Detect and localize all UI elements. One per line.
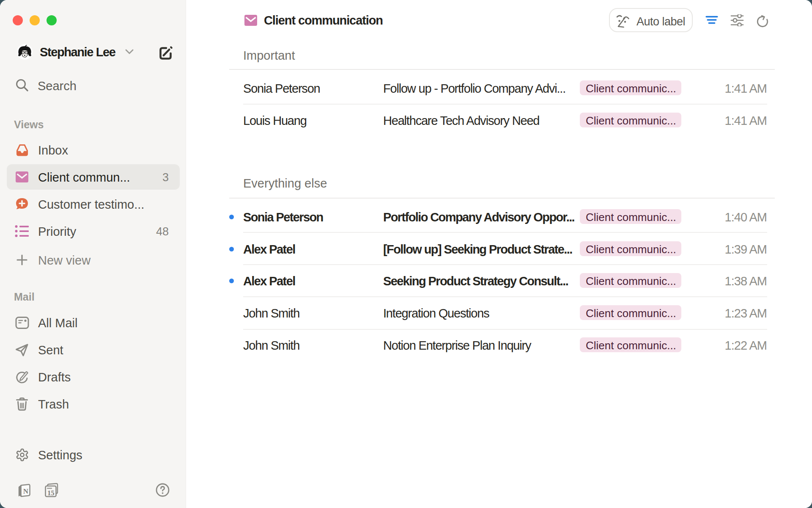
svg-text:N: N [23, 487, 29, 495]
svg-text:15: 15 [47, 489, 55, 497]
